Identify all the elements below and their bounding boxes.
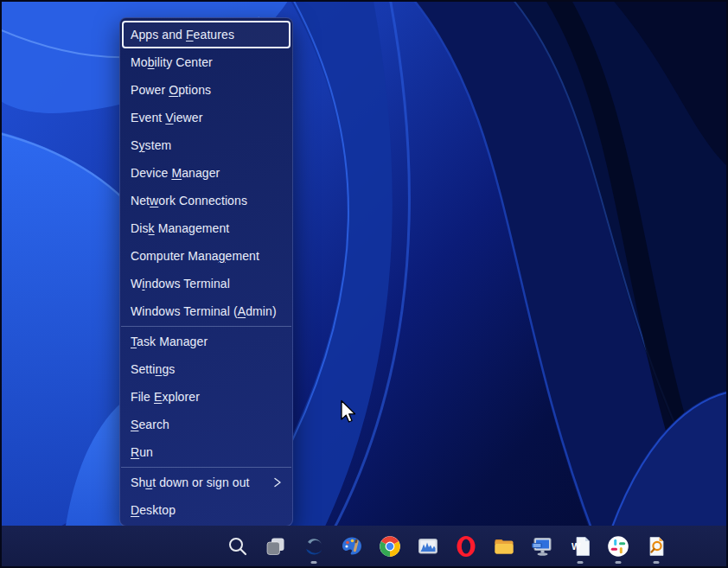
taskbar: W [0,526,728,566]
taskbar-start-button[interactable] [188,527,211,565]
menu-item-label: Mobility Center [131,55,213,69]
menu-item-label: Computer Management [131,249,259,263]
menu-item-task-manager[interactable]: Task Manager [122,328,291,355]
taskbar-task-view-button[interactable] [265,527,287,565]
start-icon [188,535,211,558]
menu-item-label: Event Viewer [131,111,202,124]
file-search-icon [645,535,667,558]
running-indicator [654,561,660,564]
taskbar-file-explorer-button[interactable] [493,527,515,565]
taskbar-search-button[interactable] [227,527,249,565]
menu-item-disk-management[interactable]: Disk Management [122,214,291,242]
menu-item-label: System [131,138,171,152]
wallpaper-bloom [0,0,728,568]
taskbar-chrome-button[interactable] [379,527,401,565]
menu-item-windows-terminal-admin[interactable]: Windows Terminal (Admin) [122,297,291,325]
running-indicator [311,561,317,564]
word-icon: W [569,535,591,558]
taskbar-opera-button[interactable] [455,527,477,565]
menu-item-system[interactable]: System [122,131,291,159]
menu-separator [121,326,291,327]
search-icon [227,535,249,558]
submenu-chevron-icon [273,476,282,488]
menu-item-label: Search [131,418,169,431]
menu-item-label: Shut down or sign out [131,475,250,489]
menu-item-apps-and-features[interactable]: Apps and Features [122,21,291,48]
winx-menu: Apps and FeaturesMobility CenterPower Op… [119,17,293,527]
menu-item-file-explorer[interactable]: File Explorer [122,383,291,411]
menu-item-label: Desktop [131,503,176,517]
menu-item-label: Disk Management [131,221,229,235]
file-explorer-icon [493,535,515,558]
menu-item-mobility-center[interactable]: Mobility Center [122,48,291,76]
menu-item-label: Windows Terminal [131,277,230,290]
menu-item-label: Device Manager [131,166,220,180]
svg-text:W: W [572,541,581,552]
desktop-screen: W Apps and FeaturesMobility CenterPower … [0,0,728,568]
opera-icon [455,535,477,558]
menu-item-settings[interactable]: Settings [122,355,291,383]
menu-item-desktop[interactable]: Desktop [122,496,291,524]
running-indicator [616,561,622,564]
menu-separator [121,467,291,468]
menu-item-label: Windows Terminal (Admin) [131,304,277,318]
menu-item-network-connections[interactable]: Network Connections [122,187,291,214]
menu-item-search[interactable]: Search [122,411,291,438]
taskbar-slack-button[interactable] [607,527,629,565]
taskbar-computer-button[interactable] [531,527,553,565]
paint-icon [341,535,363,558]
menu-item-run[interactable]: Run [122,438,291,466]
edge-icon [303,535,325,558]
menu-item-label: File Explorer [131,390,200,404]
taskbar-task-manager-button[interactable] [417,527,439,565]
menu-item-label: Power Options [131,83,211,97]
menu-item-label: Settings [131,362,175,376]
taskbar-file-search-button[interactable] [645,527,667,565]
task-manager-icon [417,535,439,558]
menu-item-windows-terminal[interactable]: Windows Terminal [122,270,291,297]
menu-item-label: Apps and Features [131,28,234,41]
slack-icon [607,535,629,558]
task-view-icon [265,535,287,558]
menu-item-event-viewer[interactable]: Event Viewer [122,104,291,131]
menu-item-shut-down-or-sign-out[interactable]: Shut down or sign out [122,469,291,496]
menu-item-label: Run [131,445,153,459]
submenu-chevron-icon [273,476,282,488]
menu-item-computer-management[interactable]: Computer Management [122,242,291,270]
taskbar-edge-button[interactable] [303,527,325,565]
menu-item-label: Task Manager [131,335,208,348]
running-indicator [578,561,584,564]
menu-item-label: Network Connections [131,194,247,207]
taskbar-paint-button[interactable] [341,527,363,565]
menu-item-device-manager[interactable]: Device Manager [122,159,291,187]
computer-icon [531,535,553,558]
taskbar-word-button[interactable]: W [569,527,591,565]
chrome-icon [379,535,401,558]
menu-item-power-options[interactable]: Power Options [122,76,291,104]
